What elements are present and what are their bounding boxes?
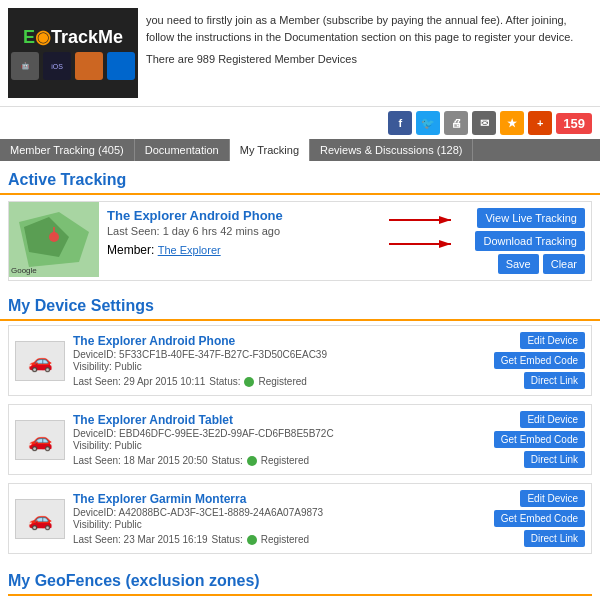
device-details-2: The Explorer Android Tablet DeviceID: EB… xyxy=(73,413,494,466)
device-status-row-1: Last Seen: 29 Apr 2015 10:11 Status: Reg… xyxy=(73,376,494,387)
device-row: 🚗 The Explorer Android Phone DeviceID: 5… xyxy=(8,325,592,396)
device-visibility-2: Visibility: Public xyxy=(73,440,494,451)
tab-reviews[interactable]: Reviews & Discussions (128) xyxy=(310,139,473,161)
email-icon[interactable]: ✉ xyxy=(472,111,496,135)
device-id-1: DeviceID: 5F33CF1B-40FE-347F-B27C-F3D50C… xyxy=(73,349,494,360)
device-visibility-3: Visibility: Public xyxy=(73,519,494,530)
active-device-name[interactable]: The Explorer Android Phone xyxy=(107,208,283,223)
active-tracking-header: Active Tracking xyxy=(0,163,600,195)
device-buttons-3: Edit Device Get Embed Code Direct Link xyxy=(494,490,585,547)
tracking-actions: View Live Tracking Download Tracking Sav… xyxy=(469,202,591,280)
tracking-card: Google The Explorer Android Phone Last S… xyxy=(8,201,592,281)
logo-text: E◉TrackMe xyxy=(23,26,123,48)
device-row: 🚗 The Explorer Garmin Monterra DeviceID:… xyxy=(8,483,592,554)
truck-icon-1: 🚗 xyxy=(28,349,53,373)
device-name-1[interactable]: The Explorer Android Phone xyxy=(73,334,235,348)
get-embed-code-button-2[interactable]: Get Embed Code xyxy=(494,431,585,448)
device-icon-2: 🚗 xyxy=(15,420,65,460)
view-live-tracking-button[interactable]: View Live Tracking xyxy=(477,208,585,228)
geo-fences-header: My GeoFences (exclusion zones) xyxy=(8,572,592,596)
logo: E◉TrackMe 🤖 iOS xyxy=(8,8,138,98)
save-clear-row: Save Clear xyxy=(498,254,585,274)
download-tracking-button[interactable]: Download Tracking xyxy=(475,231,585,251)
twitter-icon[interactable]: 🐦 xyxy=(416,111,440,135)
status-dot-2 xyxy=(247,456,257,466)
status-dot-1 xyxy=(244,377,254,387)
device-icon-3: 🚗 xyxy=(15,499,65,539)
direct-link-button-1[interactable]: Direct Link xyxy=(524,372,585,389)
save-button[interactable]: Save xyxy=(498,254,539,274)
device-id-2: DeviceID: EBD46DFC-99EE-3E2D-99AF-CD6FB8… xyxy=(73,428,494,439)
status-dot-3 xyxy=(247,535,257,545)
get-embed-code-button-3[interactable]: Get Embed Code xyxy=(494,510,585,527)
device-settings-header: My Device Settings xyxy=(0,289,600,321)
device-details-1: The Explorer Android Phone DeviceID: 5F3… xyxy=(73,334,494,387)
direct-link-button-2[interactable]: Direct Link xyxy=(524,451,585,468)
red-arrows xyxy=(379,202,459,272)
truck-icon-3: 🚗 xyxy=(28,507,53,531)
device-name-2[interactable]: The Explorer Android Tablet xyxy=(73,413,233,427)
edit-device-button-1[interactable]: Edit Device xyxy=(520,332,585,349)
social-bar: f 🐦 🖨 ✉ ★ + 159 xyxy=(0,107,600,139)
bookmark-icon[interactable]: ★ xyxy=(500,111,524,135)
member-link[interactable]: The Explorer xyxy=(158,244,221,256)
geo-fences-section: My GeoFences (exclusion zones) xyxy=(0,566,600,600)
clear-button[interactable]: Clear xyxy=(543,254,585,274)
device-details-3: The Explorer Garmin Monterra DeviceID: A… xyxy=(73,492,494,545)
registered-count: There are 989 Registered Member Devices xyxy=(146,51,584,68)
android-logo: 🤖 xyxy=(11,52,39,80)
device-row: 🚗 The Explorer Android Tablet DeviceID: … xyxy=(8,404,592,475)
map-thumbnail: Google xyxy=(9,202,99,277)
device-status-row-2: Last Seen: 18 Mar 2015 20:50 Status: Reg… xyxy=(73,455,494,466)
edit-device-button-2[interactable]: Edit Device xyxy=(520,411,585,428)
truck-icon-2: 🚗 xyxy=(28,428,53,452)
print-icon[interactable]: 🖨 xyxy=(444,111,468,135)
device-id-3: DeviceID: A42088BC-AD3F-3CE1-8889-24A6A0… xyxy=(73,507,494,518)
active-tracking-section: Google The Explorer Android Phone Last S… xyxy=(0,195,600,287)
spot-logo xyxy=(75,52,103,80)
ios-logo: iOS xyxy=(43,52,71,80)
google-label: Google xyxy=(11,266,37,275)
tab-member-tracking[interactable]: Member Tracking (405) xyxy=(0,139,135,161)
add-icon[interactable]: + xyxy=(528,111,552,135)
device-icon-1: 🚗 xyxy=(15,341,65,381)
facebook-icon[interactable]: f xyxy=(388,111,412,135)
edit-device-button-3[interactable]: Edit Device xyxy=(520,490,585,507)
get-embed-code-button-1[interactable]: Get Embed Code xyxy=(494,352,585,369)
header-description: you need to firstly join as a Member (su… xyxy=(138,8,592,72)
device-buttons-1: Edit Device Get Embed Code Direct Link xyxy=(494,332,585,389)
tab-documentation[interactable]: Documentation xyxy=(135,139,230,161)
device-status-row-3: Last Seen: 23 Mar 2015 16:19 Status: Reg… xyxy=(73,534,494,545)
device-visibility-1: Visibility: Public xyxy=(73,361,494,372)
windows-logo xyxy=(107,52,135,80)
nav-tabs: Member Tracking (405) Documentation My T… xyxy=(0,139,600,161)
social-count: 159 xyxy=(556,113,592,134)
device-settings-section: 🚗 The Explorer Android Phone DeviceID: 5… xyxy=(0,321,600,566)
device-buttons-2: Edit Device Get Embed Code Direct Link xyxy=(494,411,585,468)
tab-my-tracking[interactable]: My Tracking xyxy=(230,139,310,161)
device-name-3[interactable]: The Explorer Garmin Monterra xyxy=(73,492,246,506)
direct-link-button-3[interactable]: Direct Link xyxy=(524,530,585,547)
